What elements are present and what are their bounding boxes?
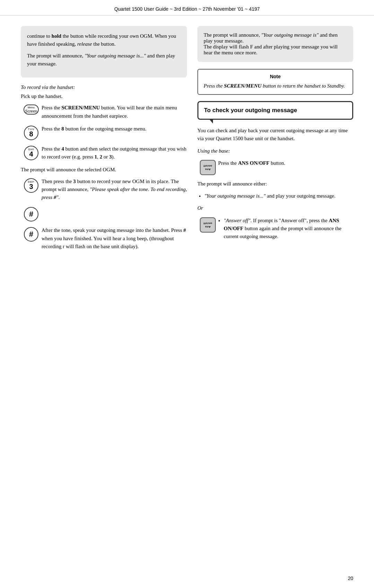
button-3-icon: DEF 3 (24, 178, 38, 193)
section-heading: To check your outgoing message (204, 106, 347, 115)
bullet-item-2: "Answer off". If prompt is "Answer off",… (224, 217, 353, 241)
ghi-label: GHI (28, 148, 34, 151)
ans-press-text: Press the ANS ON/OFF button. (218, 159, 353, 167)
menu-screen-text: Press the SCREEN/MENU button. You will h… (42, 104, 187, 120)
bullet-list-1: "Your outgoing message is..." and play y… (204, 192, 353, 200)
hold-text: continue to hold the button while record… (27, 32, 181, 48)
ans-button1-row: Anson/off Press the ANS ON/OFF button. (197, 159, 353, 175)
button3-icon-cell: DEF 3 (21, 178, 42, 193)
left-top-block: continue to hold the button while record… (21, 26, 187, 78)
right-top-block: The prompt will announce, "Your outgoing… (197, 26, 353, 62)
bullet-item-1: "Your outgoing message is..." and play y… (204, 192, 353, 200)
num-3: 3 (29, 183, 33, 191)
hash-1-icon: # (24, 207, 38, 221)
ans-on-off-button-1: Anson/off (200, 160, 216, 175)
num-8: 8 (29, 130, 33, 138)
hash2-icon-cell: # (21, 226, 42, 242)
ans-on-off-button-2: Anson/off (200, 217, 216, 233)
menu-screen-icon-cell: Menu Screen (21, 104, 42, 115)
note-text: Press the SCREEN/MENU button to return t… (204, 82, 347, 90)
page-number: 20 (348, 576, 353, 581)
button-4-icon: GHI 4 (24, 146, 38, 160)
pick-up-handset: Pick up the handset. (21, 92, 187, 100)
release-italic: release (77, 41, 92, 47)
tuv-label: TUV (28, 128, 35, 131)
ans-button2-row: Anson/off "Answer off". If prompt is "An… (197, 217, 353, 245)
button3-text: Then press the 3 button to record your n… (42, 178, 187, 202)
num-4: 4 (29, 150, 33, 158)
hash2-text: After the tone, speak your outgoing mess… (42, 226, 187, 251)
hash2-row: # After the tone, speak your outgoing me… (21, 226, 187, 251)
note-title: Note (204, 74, 347, 79)
button8-row: TUV 8 Press the 8 button for the outgoin… (21, 125, 187, 140)
right-content: You can check and play back your current… (197, 127, 353, 245)
header-title: Quartet 1500 User Guide ~ 3rd Edition ~ … (114, 6, 260, 12)
using-base-heading: Using the base: (197, 147, 353, 155)
your-ogm-italic: "Your outgoing message is..." (84, 53, 146, 58)
hold-bold: hold (52, 33, 61, 39)
ans-button1-icon-cell: Anson/off (197, 159, 218, 175)
right-column: The prompt will announce, "Your outgoing… (197, 26, 353, 255)
hash-2-icon: # (24, 227, 38, 242)
prompt-either: The prompt will announce either: (197, 180, 353, 188)
note-box: Note Press the SCREEN/MENU button to ret… (197, 69, 353, 95)
bullet-list-2: "Answer off". If prompt is "Answer off",… (224, 217, 353, 241)
prompt-announce-text: The prompt will announce, "Your outgoing… (27, 52, 181, 68)
button-8-icon: TUV 8 (24, 126, 38, 140)
button4-row: GHI 4 Press the 4 button and then select… (21, 145, 187, 161)
or-text: Or (197, 204, 353, 212)
button8-icon-cell: TUV 8 (21, 125, 42, 140)
menu-screen-button: Menu Screen (24, 105, 39, 115)
screen-label: Screen (25, 109, 37, 113)
menu-screen-row: Menu Screen Press the SCREEN/MENU button… (21, 104, 187, 120)
section-title-box: To check your outgoing message (197, 101, 353, 120)
button8-text: Press the 8 button for the outgoing mess… (42, 125, 187, 133)
record-handset-heading: To record via the handset: (21, 84, 187, 90)
hash1-text (42, 206, 187, 214)
right-prompt-announce: The prompt will announce, "Your outgoing… (204, 32, 347, 44)
prompt-selected-ogm: The prompt will announce the selected OG… (21, 166, 187, 174)
def-label: DEF (28, 180, 35, 183)
hash1-row: # (21, 206, 187, 221)
left-column: continue to hold the button while record… (21, 26, 187, 255)
button4-icon-cell: GHI 4 (21, 145, 42, 160)
menu-label: Menu (28, 106, 35, 109)
display-flash: The display will flash F and after playi… (204, 44, 347, 56)
ans-button2-icon-cell: Anson/off (197, 217, 218, 233)
answer-off-text: "Answer off". If prompt is "Answer off",… (218, 217, 353, 245)
button3-row: DEF 3 Then press the 3 button to record … (21, 178, 187, 202)
button4-text: Press the 4 button and then select the o… (42, 145, 187, 161)
intro-text: You can check and play back your current… (197, 127, 353, 143)
page-header: Quartet 1500 User Guide ~ 3rd Edition ~ … (0, 0, 374, 16)
hash1-icon-cell: # (21, 206, 42, 221)
